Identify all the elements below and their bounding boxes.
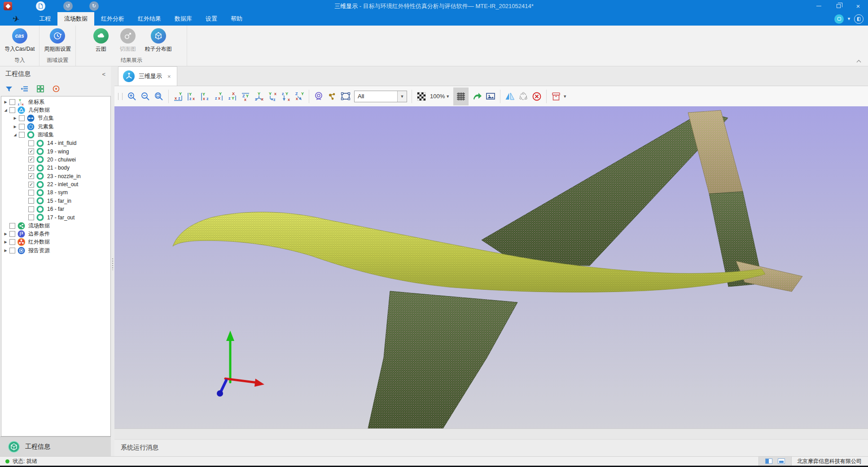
view-top-icon[interactable]: ZYx <box>239 88 252 105</box>
tree-checkbox[interactable] <box>28 198 34 204</box>
node-graph-icon[interactable] <box>325 88 339 105</box>
smooth-icon[interactable] <box>517 88 530 105</box>
menu-item-ir-results[interactable]: 红外结果 <box>131 12 168 26</box>
perspective-icon[interactable] <box>312 88 325 105</box>
layout-left-icon[interactable] <box>765 458 772 464</box>
menu-item-flowfield[interactable]: 流场数据 <box>57 12 94 26</box>
expand-arrow-icon[interactable]: ▶ <box>12 116 18 120</box>
tree-checkbox[interactable] <box>28 140 34 146</box>
collapse-arrow-icon[interactable]: ◢ <box>3 108 9 112</box>
tree-item[interactable]: 15 - far_in <box>1 197 110 205</box>
tree-checkbox[interactable] <box>9 223 15 229</box>
menu-item-help[interactable]: 帮助 <box>224 12 249 26</box>
zoom-in-icon[interactable] <box>125 88 139 105</box>
expand-arrow-icon[interactable]: ▶ <box>3 240 9 244</box>
package-icon[interactable] <box>549 88 563 105</box>
tree-item[interactable]: ▶Yzx坐标系 <box>1 98 110 106</box>
dropdown-caret-icon[interactable]: ▼ <box>847 17 851 21</box>
view-right-icon[interactable]: zxY <box>212 88 225 105</box>
tree-item[interactable]: ◢面域集 <box>1 131 110 139</box>
import-cas-dat-button[interactable]: cas 导入Cas/Dat <box>4 27 35 53</box>
tree-checkbox[interactable] <box>9 239 15 245</box>
export-arrow-icon[interactable] <box>470 88 484 105</box>
package-caret-icon[interactable]: ▼ <box>563 94 567 99</box>
view-front-icon[interactable]: Yxz <box>198 88 212 105</box>
drag-grip[interactable] <box>118 93 123 100</box>
panel-collapse-icon[interactable]: < <box>102 71 105 78</box>
project-info-button[interactable]: 工程信息 <box>0 436 111 456</box>
mirror-icon[interactable] <box>503 88 517 105</box>
view-bottom-icon[interactable]: xzY <box>171 88 185 105</box>
layout-bottom-icon[interactable] <box>778 458 785 464</box>
surface-filter-combo[interactable]: All ▼ <box>354 91 407 102</box>
iso-view-icon[interactable]: Yzx <box>252 88 266 105</box>
project-tree[interactable]: ▶Yzx坐标系◢几何数据▶节点集▶元素集◢面域集14 - int_fluid✓1… <box>1 96 111 436</box>
tree-item[interactable]: ✓20 - chuiwei <box>1 156 110 164</box>
tree-item[interactable]: ✓19 - wing <box>1 147 110 155</box>
tree-item[interactable]: ▶元素集 <box>1 122 110 131</box>
expand-arrow-icon[interactable]: ▶ <box>3 232 9 236</box>
style-icon[interactable] <box>854 14 864 24</box>
tree-item[interactable]: ▶边界条件 <box>1 230 110 238</box>
locate-icon[interactable] <box>52 84 61 93</box>
close-button[interactable]: × <box>848 0 868 12</box>
tree-checkbox[interactable] <box>9 231 15 237</box>
tree-item[interactable]: 14 - int_fluid <box>1 139 110 147</box>
zoom-window-icon[interactable] <box>152 88 166 105</box>
expand-arrow-icon[interactable]: ▶ <box>12 125 18 129</box>
box-select-icon[interactable] <box>339 88 352 105</box>
tree-checkbox[interactable] <box>28 214 34 220</box>
tree-checkbox[interactable] <box>9 248 15 253</box>
tree-item[interactable]: ▶节点集 <box>1 114 110 122</box>
tree-checkbox[interactable]: ✓ <box>28 157 34 162</box>
expand-arrow-icon[interactable]: ▶ <box>3 249 9 253</box>
snapshot-icon[interactable] <box>484 88 497 105</box>
cloud-plot-button[interactable]: 云图 <box>91 27 111 53</box>
particle-plot-button[interactable]: 粒子分布图 <box>145 27 172 53</box>
zoom-percent-label[interactable]: 100% <box>430 93 445 100</box>
list-view-icon[interactable] <box>20 84 29 93</box>
minimize-button[interactable] <box>809 0 829 12</box>
tree-checkbox[interactable] <box>19 115 25 121</box>
menu-item-settings[interactable]: 设置 <box>199 12 224 26</box>
rotate-left-view-icon[interactable]: Yxz <box>266 88 279 105</box>
tree-item[interactable]: 16 - far <box>1 205 110 213</box>
tree-checkbox[interactable]: ✓ <box>28 173 34 179</box>
redo-icon[interactable]: ↻ <box>89 1 99 11</box>
grid-view-icon[interactable] <box>36 84 45 93</box>
undo-icon[interactable]: ↺ <box>63 1 73 11</box>
menu-item-database[interactable]: 数据库 <box>168 12 199 26</box>
tree-item[interactable]: ✓21 - body <box>1 164 110 172</box>
transparency-icon[interactable] <box>415 88 428 105</box>
filter-icon[interactable] <box>4 84 13 93</box>
tree-checkbox[interactable] <box>28 190 34 196</box>
view-left-icon[interactable]: Yzx <box>185 88 198 105</box>
tree-checkbox[interactable] <box>19 124 25 130</box>
menu-item-ir-analysis[interactable]: 红外分析 <box>94 12 131 26</box>
tree-checkbox[interactable] <box>9 99 15 105</box>
tree-item[interactable]: ✓23 - nozzle_in <box>1 172 110 180</box>
tree-checkbox[interactable] <box>28 206 34 212</box>
rotate-down-view-icon[interactable]: zYx <box>279 88 293 105</box>
rotate-right-view-icon[interactable]: ZxY <box>293 88 306 105</box>
tree-item[interactable]: ▶红外数据 <box>1 238 110 246</box>
collapse-ribbon-icon[interactable] <box>857 59 861 63</box>
tree-item[interactable]: ◢几何数据 <box>1 106 110 114</box>
tree-item[interactable]: 17 - far_out <box>1 213 110 221</box>
tab-3d-view[interactable]: 三维显示 × <box>118 66 177 86</box>
tree-checkbox[interactable] <box>19 132 25 138</box>
viewport-3d[interactable] <box>114 106 868 428</box>
zoom-out-icon[interactable] <box>139 88 152 105</box>
tree-item[interactable]: ▶报告资源 <box>1 246 110 254</box>
clear-icon[interactable] <box>530 88 544 105</box>
tab-close-icon[interactable]: × <box>167 73 171 80</box>
restore-button[interactable] <box>829 0 848 12</box>
tree-item[interactable]: ✓22 - inlet_out <box>1 180 110 188</box>
combo-dropdown-icon[interactable]: ▼ <box>397 91 407 102</box>
zoom-caret-icon[interactable]: ▼ <box>446 94 450 99</box>
collapse-arrow-icon[interactable]: ◢ <box>12 133 18 137</box>
display-mode-icon[interactable] <box>834 14 844 24</box>
tree-item[interactable]: 18 - sym <box>1 188 110 196</box>
tree-checkbox[interactable]: ✓ <box>28 182 34 188</box>
tree-checkbox[interactable]: ✓ <box>28 148 34 154</box>
